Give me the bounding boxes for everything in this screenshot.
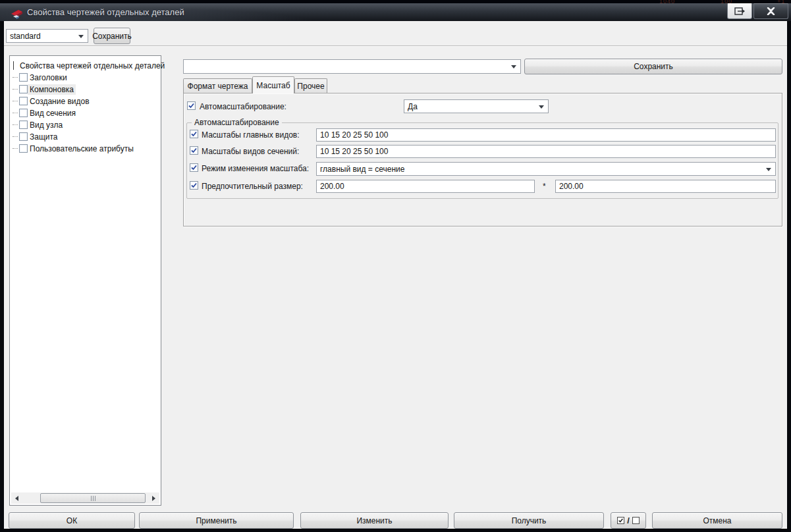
scroll-grip-icon [91,496,92,501]
apply-button[interactable]: Применить [139,512,294,529]
preferred-size-width-input[interactable] [316,180,535,193]
tree-item-view-creation[interactable]: Создание видов [13,95,92,107]
check-icon [190,164,198,171]
check-icon [190,147,198,154]
preferred-size-checkbox[interactable] [190,181,198,190]
preferred-size-height-input[interactable] [555,180,776,193]
scroll-thumb[interactable] [40,493,146,503]
tree-root-item[interactable]: Свойства чертежей отдельных деталей [13,60,167,71]
dock-window-icon [734,7,745,15]
scale-change-mode-combobox[interactable]: главный вид = сечение [316,162,776,176]
scroll-right-icon [152,496,155,501]
get-button[interactable]: Получить [454,512,604,529]
tree-connector [13,124,18,125]
close-button[interactable] [753,3,788,19]
scale-change-mode-label: Режим изменения масштаба: [202,164,309,173]
main-view-scales-label: Масштабы главных видов: [202,130,300,140]
slash-separator: / [627,516,630,525]
preferred-size-label: Предпочтительный размер: [202,182,303,191]
tree-item-detail-view[interactable]: Вид узла [13,119,65,130]
main-view-scales-input[interactable] [316,128,776,142]
chevron-down-icon [78,35,84,38]
window-title: Свойства чертежей отдельных деталей [27,7,184,17]
dialog-window: 1040 100 +1 Свойства чертежей отдельных … [0,0,791,532]
tree-item-checkbox[interactable] [19,120,28,129]
tree-item-checkbox[interactable] [19,73,28,82]
section-view-scales-label: Масштабы видов сечений: [202,147,299,156]
size-multiply-separator: * [543,182,546,191]
tree-root-label: Свойства чертежей отдельных деталей [18,61,167,71]
cancel-button[interactable]: Отмена [652,512,782,529]
tree-item-user-attributes[interactable]: Пользовательские атрибуты [13,143,136,154]
chevron-down-icon [766,168,771,171]
scroll-left-icon [15,496,18,501]
scroll-right-button[interactable] [148,492,159,504]
tree-item-checkbox[interactable] [19,109,28,117]
tree-connector [13,148,18,149]
tree-item-checkbox[interactable] [19,85,28,93]
autoscale-groupbox-title: Автомасштабирование [192,118,282,127]
check-icon [188,102,195,109]
autoscale-combobox[interactable]: Да [404,99,549,113]
tree-connector [13,113,18,113]
tree-item-checkbox[interactable] [19,144,28,153]
tekla-logo-icon [11,9,23,19]
tree-item-label: Заголовки [28,72,69,83]
tree-item-label: Защита [28,132,60,142]
tree-item-headers[interactable]: Заголовки [13,72,69,83]
ok-button[interactable]: ОК [9,512,135,529]
close-icon [767,7,775,15]
section-view-scales-checkbox[interactable] [190,146,198,155]
scroll-left-button[interactable] [11,492,22,504]
scale-change-mode-combobox-value: главный вид = сечение [320,165,404,174]
check-icon [190,182,198,189]
tab-other[interactable]: Прочее [294,78,327,93]
tree-item-label: Создание видов [28,96,92,107]
tree-connector [13,77,18,78]
tree-connector [13,101,18,101]
checkbox-checked-icon [617,517,624,524]
tree-connector [13,136,18,137]
autoscale-combobox-value: Да [408,102,418,111]
toggle-all-checkboxes-button[interactable]: / [611,512,646,529]
tree-item-checkbox[interactable] [19,132,28,141]
autoscale-label: Автомасштабирование: [200,102,286,111]
section-view-scales-input[interactable] [316,145,776,158]
window-frame-bottom [0,529,791,532]
check-icon [190,130,198,138]
tree-item-label: Вид сечения [28,108,78,119]
tree-item-label: Компоновка [28,84,76,95]
tree-item-checkbox[interactable] [19,97,28,105]
preset-combobox[interactable]: standard [6,29,88,43]
preset-combobox-value: standard [10,32,41,41]
scroll-grip-icon [93,496,94,501]
tree-item-layout[interactable]: Компоновка [13,84,76,95]
save-attributes-button[interactable]: Сохранить [524,59,782,74]
tree-item-label: Пользовательские атрибуты [28,144,136,154]
checkbox-unchecked-icon [632,517,640,524]
toolbar-separator [4,45,787,47]
tree-item-label: Вид узла [28,120,65,130]
tab-drawing-format[interactable]: Формат чертежа [183,78,252,93]
tree-item-protection[interactable]: Защита [13,131,60,142]
title-bar[interactable]: Свойства чертежей отдельных деталей [0,3,791,21]
tab-scale[interactable]: Масштаб [252,76,294,93]
properties-tree: Свойства чертежей отдельных деталей Заго… [9,55,161,506]
modify-button[interactable]: Изменить [300,512,449,529]
main-view-scales-checkbox[interactable] [190,130,198,138]
tree-item-section-view[interactable]: Вид сечения [13,107,78,119]
tree-horizontal-scrollbar[interactable] [11,492,159,504]
chevron-down-icon [539,105,544,109]
autoscale-checkbox[interactable] [187,101,196,110]
scale-change-mode-checkbox[interactable] [190,163,198,172]
attribute-file-combobox[interactable] [183,59,521,74]
save-preset-button[interactable]: Сохранить [94,28,130,44]
scroll-grip-icon [95,496,95,501]
chevron-down-icon [511,65,516,68]
tree-root-marker [13,61,14,70]
dock-window-button[interactable] [727,3,752,19]
tree-connector [13,89,18,90]
